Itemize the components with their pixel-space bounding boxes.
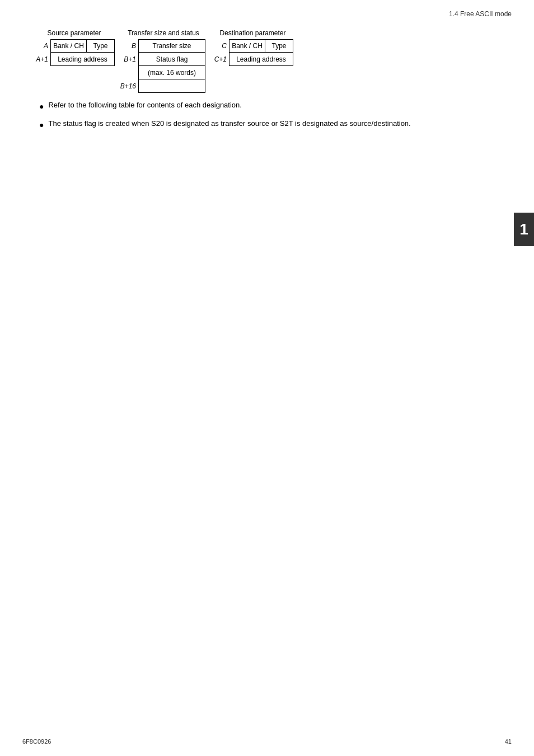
section-title: 1.4 Free ASCII mode	[449, 10, 512, 18]
doc-number: 6F8C0926	[22, 738, 51, 745]
destination-table: C Bank / CH Type C+1 Leading address	[212, 39, 293, 66]
diagram: Source parameter A Bank / CH Type A+1 Le…	[34, 29, 500, 93]
dest-type-header: Type	[265, 39, 293, 53]
transfer-row-b1: B+1 Status flag	[121, 53, 205, 66]
transfer-row-max: (max. 16 words)	[121, 66, 205, 79]
page-header: 1.4 Free ASCII mode	[0, 0, 534, 24]
bullet-list: ● Refer to the following table for conte…	[34, 100, 500, 131]
bullet-text-2: The status flag is created when S20 is d…	[48, 118, 410, 129]
dest-c-label: C	[212, 42, 229, 50]
bullet-dot-2: ●	[39, 119, 44, 131]
content-area: Source parameter A Bank / CH Type A+1 Le…	[0, 24, 534, 131]
chapter-number: 1	[519, 220, 528, 238]
bullet-text-1: Refer to the following table for content…	[48, 100, 241, 111]
transfer-row-b16: B+16	[121, 79, 205, 93]
chapter-tab: 1	[514, 213, 534, 246]
source-a1-label: A+1	[34, 55, 50, 63]
dest-row-c1: C+1 Leading address	[212, 53, 293, 66]
source-row-a: A Bank / CH Type	[34, 39, 115, 53]
source-leading-address: Leading address	[50, 53, 115, 66]
source-bank-header: Bank / CH	[50, 39, 87, 53]
dest-c1-label: C+1	[212, 55, 229, 63]
transfer-b-label: B	[121, 42, 138, 50]
dest-leading-address: Leading address	[229, 53, 293, 66]
transfer-row-b: B Transfer size	[121, 39, 205, 53]
transfer-b1-label: B+1	[121, 55, 138, 63]
dest-bank-header: Bank / CH	[229, 39, 265, 53]
transfer-label: Transfer size and status	[128, 29, 199, 37]
transfer-max-cell: (max. 16 words)	[138, 66, 205, 79]
status-flag-cell: Status flag	[138, 53, 205, 66]
transfer-size-cell: Transfer size	[138, 39, 205, 53]
page-number: 41	[505, 738, 512, 745]
transfer-b16-label: B+16	[121, 82, 138, 90]
destination-block: Destination parameter C Bank / CH Type C…	[212, 29, 293, 66]
source-type-header: Type	[87, 39, 115, 53]
source-row-a1: A+1 Leading address	[34, 53, 115, 66]
transfer-block: Transfer size and status B Transfer size…	[121, 29, 205, 93]
bullet-item-2: ● The status flag is created when S20 is…	[39, 118, 500, 131]
bullet-dot-1: ●	[39, 101, 44, 112]
source-label: Source parameter	[47, 29, 101, 37]
destination-label: Destination parameter	[219, 29, 285, 37]
source-table: A Bank / CH Type A+1 Leading address	[34, 39, 115, 66]
source-block: Source parameter A Bank / CH Type A+1 Le…	[34, 29, 115, 66]
dest-row-c: C Bank / CH Type	[212, 39, 293, 53]
source-a-label: A	[34, 42, 50, 50]
transfer-b16-cell	[138, 79, 205, 93]
bullet-item-1: ● Refer to the following table for conte…	[39, 100, 500, 112]
page-footer: 6F8C0926 41	[0, 738, 534, 745]
transfer-table: B Transfer size B+1 Status flag (max. 16…	[121, 39, 205, 93]
